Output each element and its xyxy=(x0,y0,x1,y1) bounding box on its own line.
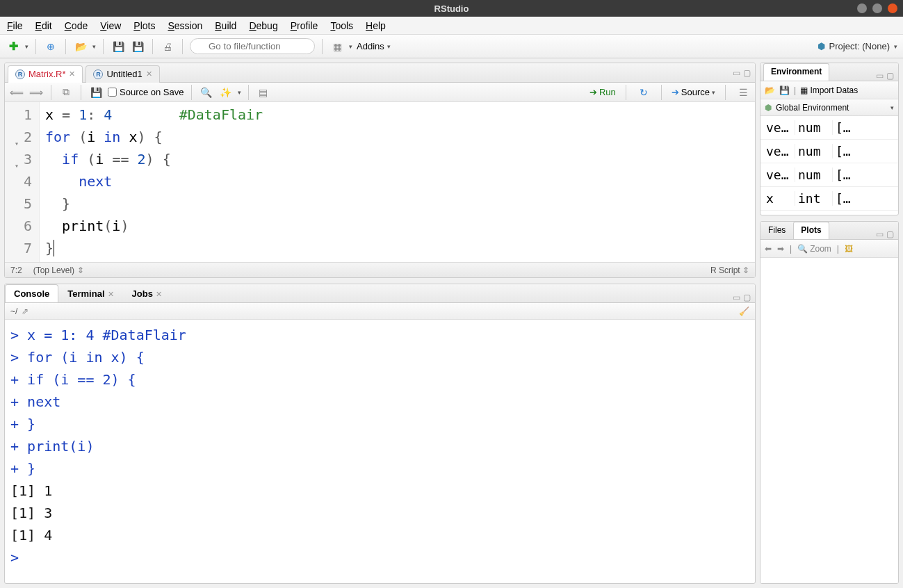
menu-tools[interactable]: Tools xyxy=(330,20,353,31)
environment-variable-table: ve…num[…ve…num[…ve…num[…xint[… xyxy=(760,116,898,215)
source-button[interactable]: ➔ Source ▾ xyxy=(672,87,715,97)
save-file-icon[interactable]: 💾 xyxy=(88,85,104,100)
code-editor[interactable]: 1234567 x = 1: 4 #DataFlairfor (i in x) … xyxy=(5,102,755,262)
next-plot-icon[interactable]: ➡ xyxy=(777,244,784,254)
export-plot-icon[interactable]: 🖼 xyxy=(845,244,853,254)
tab-filename: Untitled1 xyxy=(106,69,142,79)
show-in-new-window-icon[interactable]: ⧉ xyxy=(58,85,74,100)
tab-environment[interactable]: Environment xyxy=(763,63,829,81)
project-menu[interactable]: ⬢ Project: (None) ▾ xyxy=(817,41,897,51)
clear-console-icon[interactable]: 🧹 xyxy=(739,307,749,316)
console-tab-terminal[interactable]: Terminal✕ xyxy=(58,284,122,302)
open-recent-dropdown[interactable]: ▾ xyxy=(92,43,96,50)
zoom-plot-button[interactable]: 🔍 Zoom xyxy=(797,244,831,254)
pane-maximize-icon[interactable]: ▢ xyxy=(743,293,751,302)
env-variable-row[interactable]: ve…num[… xyxy=(760,140,898,163)
main-toolbar: ✚ ▾ ⊕ 📂 ▾ 💾 💾 🖨 ▦ ▾ Addins ▾ ⬢ Project: … xyxy=(0,35,903,58)
file-type-selector[interactable]: R Script ⇕ xyxy=(710,266,749,275)
outline-icon[interactable]: ☰ xyxy=(735,85,751,100)
menu-profile[interactable]: Profile xyxy=(291,20,318,31)
pane-minimize-icon[interactable]: ▭ xyxy=(733,293,740,302)
print-icon[interactable]: 🖨 xyxy=(160,39,175,54)
source-on-save-checkbox[interactable]: Source on Save xyxy=(108,87,184,97)
close-tab-icon[interactable]: ✕ xyxy=(156,290,162,298)
menu-view[interactable]: View xyxy=(100,20,121,31)
close-tab-icon[interactable]: ✕ xyxy=(108,290,114,298)
source-toolbar: ⟸ ⟹ ⧉ 💾 Source on Save 🔍 ✨ ▾ ▤ ➔ Run xyxy=(5,83,755,102)
project-icon: ⬢ xyxy=(817,41,825,51)
pane-minimize-icon[interactable]: ▭ xyxy=(876,71,884,81)
pane-maximize-icon[interactable]: ▢ xyxy=(743,68,751,78)
source-tabbar: RMatrix.R*✕RUntitled1✕ ▭ ▢ xyxy=(5,63,755,83)
menu-edit[interactable]: Edit xyxy=(35,20,52,31)
pane-maximize-icon[interactable]: ▢ xyxy=(886,229,894,239)
new-project-icon[interactable]: ⊕ xyxy=(43,39,58,54)
env-variable-row[interactable]: ve…num[… xyxy=(760,116,898,140)
window-minimize-button[interactable] xyxy=(857,3,867,13)
close-tab-icon[interactable]: ✕ xyxy=(69,70,75,79)
r-file-icon: R xyxy=(15,70,25,79)
pane-minimize-icon[interactable]: ▭ xyxy=(876,229,884,239)
environment-toolbar: 📂 💾 | ▦ Import Datas xyxy=(760,81,898,99)
console-tab-console[interactable]: Console xyxy=(5,284,58,302)
popout-icon[interactable]: ⇗ xyxy=(22,307,29,316)
console-tabbar: ConsoleTerminal✕Jobs✕ ▭ ▢ xyxy=(5,284,755,303)
menu-code[interactable]: Code xyxy=(65,20,88,31)
working-dir: ~/ xyxy=(10,307,17,316)
run-button[interactable]: ➔ Run xyxy=(589,87,616,97)
window-close-button[interactable] xyxy=(888,3,897,13)
console-tab-jobs[interactable]: Jobs✕ xyxy=(123,284,171,302)
window-maximize-button[interactable] xyxy=(872,3,882,13)
menu-build[interactable]: Build xyxy=(215,20,236,31)
compile-report-icon[interactable]: ▤ xyxy=(256,85,271,100)
grid-icon[interactable]: ▦ xyxy=(330,39,345,54)
code-tools-icon[interactable]: ✨ xyxy=(218,85,234,100)
environment-pane: Environment ▭ ▢ 📂 💾 | ▦ Import Datas ⬢ G… xyxy=(760,63,899,215)
save-icon[interactable]: 💾 xyxy=(111,39,126,54)
pane-maximize-icon[interactable]: ▢ xyxy=(886,71,894,81)
open-file-icon[interactable]: 📂 xyxy=(73,39,88,54)
pane-minimize-icon[interactable]: ▭ xyxy=(733,68,740,78)
goto-file-function-input-wrap[interactable] xyxy=(190,38,315,54)
tab-files[interactable]: Files xyxy=(760,222,793,239)
environment-scope-selector[interactable]: ⬢ Global Environment ▾ xyxy=(760,99,898,116)
new-file-icon[interactable]: ✚ xyxy=(6,39,21,54)
menu-plots[interactable]: Plots xyxy=(133,20,155,31)
tab-plots[interactable]: Plots xyxy=(793,222,829,239)
env-variable-row[interactable]: xint[… xyxy=(760,187,898,211)
window-title: RStudio xyxy=(434,3,469,14)
scope-selector[interactable]: (Top Level) ⇕ xyxy=(33,266,84,275)
menu-help[interactable]: Help xyxy=(366,20,386,31)
goto-file-function-input[interactable] xyxy=(190,38,315,54)
tab-filename: Matrix.R* xyxy=(29,69,65,79)
source-tab[interactable]: RMatrix.R*✕ xyxy=(8,65,83,83)
main-area: RMatrix.R*✕RUntitled1✕ ▭ ▢ ⟸ ⟹ ⧉ 💾 Sourc… xyxy=(0,58,903,588)
close-tab-icon[interactable]: ✕ xyxy=(146,70,152,79)
navigate-forward-icon[interactable]: ⟹ xyxy=(29,85,44,100)
menu-file[interactable]: File xyxy=(7,20,23,31)
env-variable-row[interactable]: ve…num[… xyxy=(760,163,898,187)
find-replace-icon[interactable]: 🔍 xyxy=(199,85,214,100)
source-status-bar: 7:2 (Top Level) ⇕ R Script ⇕ xyxy=(5,262,755,277)
prev-plot-icon[interactable]: ⬅ xyxy=(765,244,772,254)
import-dataset-menu[interactable]: ▦ Import Datas xyxy=(800,85,858,95)
window-titlebar: RStudio xyxy=(0,0,903,17)
load-workspace-icon[interactable]: 📂 xyxy=(765,85,775,95)
save-workspace-icon[interactable]: 💾 xyxy=(779,85,790,95)
menu-session[interactable]: Session xyxy=(168,20,202,31)
console-output[interactable]: > x = 1: 4 #DataFlair> for (i in x) {+ i… xyxy=(5,320,755,583)
navigate-back-icon[interactable]: ⟸ xyxy=(9,85,24,100)
menu-bar: FileEditCodeViewPlotsSessionBuildDebugPr… xyxy=(0,17,903,35)
new-file-dropdown[interactable]: ▾ xyxy=(25,43,29,50)
r-file-icon: R xyxy=(93,70,103,79)
save-all-icon[interactable]: 💾 xyxy=(130,39,145,54)
source-pane: RMatrix.R*✕RUntitled1✕ ▭ ▢ ⟸ ⟹ ⧉ 💾 Sourc… xyxy=(4,63,756,278)
source-tab[interactable]: RUntitled1✕ xyxy=(86,65,159,83)
cursor-position: 7:2 xyxy=(10,266,22,275)
plots-toolbar: ⬅ ➡ | 🔍 Zoom | 🖼 xyxy=(760,240,898,258)
addins-menu[interactable]: Addins ▾ xyxy=(357,41,391,51)
plot-canvas xyxy=(760,258,898,583)
environment-tabbar: Environment ▭ ▢ xyxy=(760,63,898,81)
rerun-icon[interactable]: ↻ xyxy=(636,85,651,100)
menu-debug[interactable]: Debug xyxy=(249,20,277,31)
